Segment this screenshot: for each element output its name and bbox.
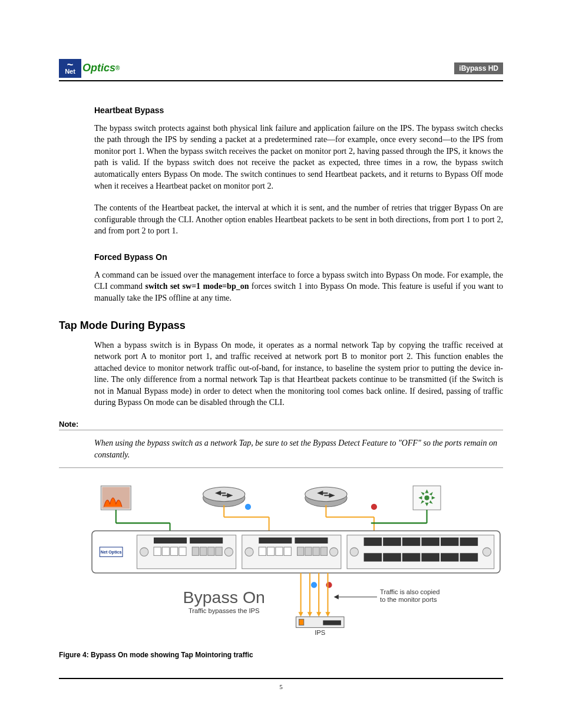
chassis-module-3 [347, 535, 494, 569]
paragraph-heartbeat-1: The bypass switch protects against both … [94, 123, 503, 192]
note-text: When using the bypass switch as a networ… [94, 437, 503, 460]
logo-optics-text: Optics [82, 61, 115, 75]
heading-heartbeat-bypass: Heartbeat Bypass [94, 105, 503, 117]
main-content: Heartbeat Bypass The bypass switch prote… [59, 105, 503, 660]
svg-rect-53 [402, 554, 421, 562]
logo-net-text: Net [65, 67, 75, 76]
paragraph-forced: A command can be issued over the managem… [94, 269, 503, 304]
chassis-module-2 [242, 535, 341, 569]
router-right-icon [305, 487, 347, 508]
diagram-svg: Net Optics [59, 480, 503, 642]
svg-rect-21 [154, 548, 161, 556]
logo-block-icon: Net [59, 59, 81, 78]
svg-rect-26 [200, 548, 206, 556]
svg-rect-25 [192, 548, 199, 556]
svg-rect-55 [441, 554, 459, 562]
svg-point-30 [245, 548, 253, 556]
dot-red-right [371, 504, 377, 510]
svg-rect-35 [267, 548, 275, 556]
logo-registered: ® [115, 64, 120, 73]
heading-tap-mode: Tap Mode During Bypass [59, 318, 503, 333]
traffic-note-l2: to the monitor ports [380, 596, 437, 603]
svg-rect-38 [297, 548, 304, 556]
note-divider-top: Note: [59, 419, 503, 430]
chassis-logo-text: Net Optics [101, 551, 122, 555]
svg-rect-49 [441, 538, 459, 546]
ips-label: IPS [315, 629, 325, 636]
svg-rect-24 [179, 548, 186, 556]
dot-blue-left [245, 504, 251, 510]
svg-rect-52 [383, 554, 401, 562]
svg-rect-39 [305, 548, 312, 556]
svg-rect-27 [208, 548, 214, 556]
bypass-on-title: Bypass On [183, 588, 265, 607]
svg-marker-65 [334, 595, 339, 599]
svg-rect-46 [383, 538, 401, 546]
svg-rect-54 [421, 554, 439, 562]
svg-marker-64 [325, 612, 330, 617]
product-badge: iBypass HD [454, 62, 503, 75]
svg-rect-45 [364, 538, 382, 546]
svg-point-7 [425, 496, 429, 500]
svg-rect-48 [421, 538, 439, 546]
svg-rect-51 [364, 554, 382, 562]
note-label: Note: [59, 419, 78, 430]
dot-blue-bottom [311, 582, 317, 588]
svg-point-18 [224, 548, 233, 556]
page-number: 5 [279, 683, 283, 690]
svg-rect-50 [460, 538, 478, 546]
paragraph-tap: When a bypass switch is in Bypass On mod… [94, 340, 503, 409]
page-footer: 5 [59, 678, 503, 691]
figure-4: Net Optics [59, 480, 503, 660]
svg-rect-23 [171, 548, 178, 556]
svg-rect-41 [320, 548, 327, 556]
dot-red-bottom [326, 582, 332, 588]
svg-rect-28 [216, 548, 222, 556]
note-divider-bottom [59, 467, 503, 468]
svg-point-44 [482, 548, 491, 556]
traffic-note-l1: Traffic is also copied [380, 588, 439, 595]
page-header: Net Optics ® iBypass HD [59, 59, 503, 81]
svg-point-3 [203, 487, 245, 502]
svg-rect-33 [295, 538, 328, 543]
firewall-icon [101, 486, 131, 510]
svg-rect-20 [190, 538, 223, 543]
svg-point-5 [305, 487, 347, 502]
svg-rect-32 [259, 538, 292, 543]
svg-rect-22 [162, 548, 169, 556]
svg-marker-62 [308, 612, 312, 617]
link-ips [301, 573, 328, 613]
svg-point-43 [350, 548, 358, 556]
svg-marker-61 [299, 612, 303, 617]
svg-marker-63 [316, 612, 321, 617]
heading-forced-bypass: Forced Bypass On [94, 252, 503, 263]
svg-rect-68 [323, 621, 341, 625]
paragraph-heartbeat-2: The contents of the Heartbeat packet, th… [94, 202, 503, 237]
svg-rect-34 [259, 548, 266, 556]
cli-command: switch set sw=1 mode=bp_on [145, 282, 249, 291]
svg-rect-67 [299, 620, 304, 625]
svg-point-31 [330, 548, 338, 556]
bypass-subtitle: Traffic bypasses the IPS [189, 608, 260, 615]
ips-device-icon [296, 617, 344, 628]
figure-caption: Figure 4: Bypass On mode showing Tap Moi… [59, 650, 503, 660]
svg-rect-19 [154, 538, 187, 543]
svg-point-17 [140, 548, 148, 556]
link-ips-arrows [299, 612, 330, 617]
svg-rect-56 [460, 554, 478, 562]
switch-icon [413, 486, 441, 510]
chassis-module-1 [137, 535, 236, 569]
svg-rect-47 [402, 538, 421, 546]
logo: Net Optics ® [59, 59, 120, 78]
svg-rect-36 [276, 548, 283, 556]
router-left-icon [203, 487, 245, 508]
svg-rect-40 [313, 548, 319, 556]
svg-rect-37 [284, 548, 291, 556]
